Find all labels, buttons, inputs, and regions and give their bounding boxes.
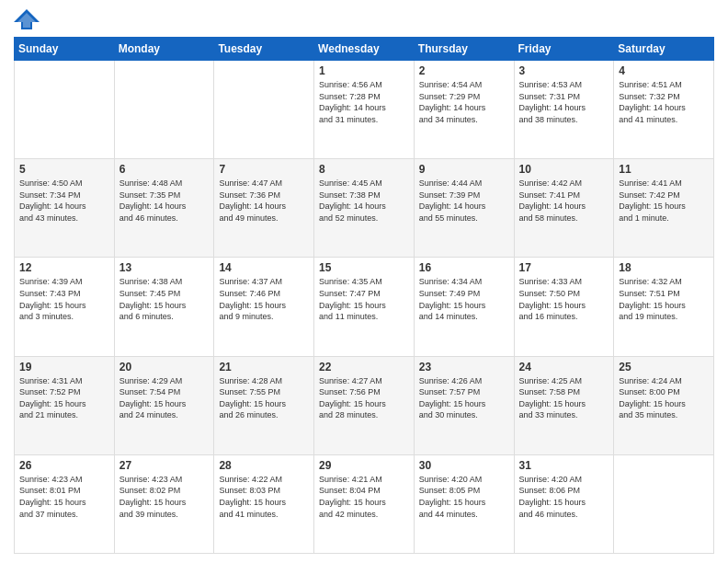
calendar-cell: 31Sunrise: 4:20 AM Sunset: 8:06 PM Dayli… bbox=[514, 454, 614, 553]
day-info: Sunrise: 4:35 AM Sunset: 7:47 PM Dayligh… bbox=[319, 277, 386, 321]
calendar-cell: 29Sunrise: 4:21 AM Sunset: 8:04 PM Dayli… bbox=[314, 454, 415, 553]
day-number: 26 bbox=[19, 459, 109, 472]
day-number: 6 bbox=[119, 163, 210, 176]
day-info: Sunrise: 4:39 AM Sunset: 7:43 PM Dayligh… bbox=[19, 277, 86, 321]
calendar-cell: 27Sunrise: 4:23 AM Sunset: 8:02 PM Dayli… bbox=[114, 454, 214, 553]
day-info: Sunrise: 4:48 AM Sunset: 7:35 PM Dayligh… bbox=[119, 178, 187, 223]
calendar-cell bbox=[214, 61, 314, 159]
day-info: Sunrise: 4:23 AM Sunset: 8:02 PM Dayligh… bbox=[119, 475, 187, 519]
calendar-week-row: 26Sunrise: 4:23 AM Sunset: 8:01 PM Dayli… bbox=[15, 454, 714, 553]
day-info: Sunrise: 4:24 AM Sunset: 8:00 PM Dayligh… bbox=[619, 376, 686, 420]
calendar-header-wednesday: Wednesday bbox=[314, 38, 415, 61]
calendar-cell: 7Sunrise: 4:47 AM Sunset: 7:36 PM Daylig… bbox=[214, 159, 314, 258]
day-info: Sunrise: 4:23 AM Sunset: 8:01 PM Dayligh… bbox=[19, 475, 86, 519]
day-number: 8 bbox=[319, 163, 409, 176]
day-info: Sunrise: 4:54 AM Sunset: 7:29 PM Dayligh… bbox=[419, 80, 486, 124]
day-number: 7 bbox=[219, 163, 309, 176]
day-number: 11 bbox=[619, 163, 709, 176]
day-info: Sunrise: 4:28 AM Sunset: 7:55 PM Dayligh… bbox=[219, 376, 286, 420]
day-number: 27 bbox=[119, 459, 210, 472]
calendar-cell: 6Sunrise: 4:48 AM Sunset: 7:35 PM Daylig… bbox=[114, 159, 214, 258]
page: SundayMondayTuesdayWednesdayThursdayFrid… bbox=[0, 0, 728, 563]
day-info: Sunrise: 4:29 AM Sunset: 7:54 PM Dayligh… bbox=[119, 376, 187, 420]
day-info: Sunrise: 4:21 AM Sunset: 8:04 PM Dayligh… bbox=[319, 475, 386, 519]
day-number: 28 bbox=[219, 459, 309, 472]
calendar-cell: 10Sunrise: 4:42 AM Sunset: 7:41 PM Dayli… bbox=[514, 159, 614, 258]
day-number: 10 bbox=[519, 163, 609, 176]
day-number: 1 bbox=[319, 64, 409, 77]
day-number: 25 bbox=[619, 361, 709, 373]
day-info: Sunrise: 4:33 AM Sunset: 7:50 PM Dayligh… bbox=[519, 277, 586, 321]
logo-icon bbox=[14, 9, 40, 29]
calendar-cell bbox=[114, 61, 214, 159]
day-info: Sunrise: 4:25 AM Sunset: 7:58 PM Dayligh… bbox=[519, 376, 586, 420]
day-info: Sunrise: 4:42 AM Sunset: 7:41 PM Dayligh… bbox=[519, 178, 586, 223]
day-info: Sunrise: 4:31 AM Sunset: 7:52 PM Dayligh… bbox=[19, 376, 86, 420]
day-info: Sunrise: 4:22 AM Sunset: 8:03 PM Dayligh… bbox=[219, 475, 286, 519]
calendar-week-row: 5Sunrise: 4:50 AM Sunset: 7:34 PM Daylig… bbox=[15, 159, 714, 258]
day-number: 17 bbox=[519, 261, 609, 274]
calendar-cell: 25Sunrise: 4:24 AM Sunset: 8:00 PM Dayli… bbox=[614, 356, 714, 454]
calendar-week-row: 12Sunrise: 4:39 AM Sunset: 7:43 PM Dayli… bbox=[15, 258, 714, 356]
calendar-cell bbox=[15, 61, 115, 159]
day-number: 30 bbox=[419, 459, 509, 472]
calendar-cell: 5Sunrise: 4:50 AM Sunset: 7:34 PM Daylig… bbox=[15, 159, 115, 258]
day-info: Sunrise: 4:47 AM Sunset: 7:36 PM Dayligh… bbox=[219, 178, 286, 223]
day-number: 15 bbox=[319, 261, 409, 274]
day-number: 13 bbox=[119, 261, 210, 274]
calendar-cell: 3Sunrise: 4:53 AM Sunset: 7:31 PM Daylig… bbox=[514, 61, 614, 159]
day-info: Sunrise: 4:51 AM Sunset: 7:32 PM Dayligh… bbox=[619, 80, 686, 124]
day-number: 16 bbox=[419, 261, 509, 274]
day-number: 20 bbox=[119, 361, 210, 373]
svg-marker-1 bbox=[17, 13, 36, 28]
day-info: Sunrise: 4:32 AM Sunset: 7:51 PM Dayligh… bbox=[619, 277, 686, 321]
calendar-cell bbox=[614, 454, 714, 553]
day-info: Sunrise: 4:27 AM Sunset: 7:56 PM Dayligh… bbox=[319, 376, 386, 420]
day-number: 9 bbox=[419, 163, 509, 176]
day-number: 12 bbox=[19, 261, 109, 274]
calendar-cell: 8Sunrise: 4:45 AM Sunset: 7:38 PM Daylig… bbox=[314, 159, 415, 258]
calendar-cell: 9Sunrise: 4:44 AM Sunset: 7:39 PM Daylig… bbox=[414, 159, 514, 258]
calendar-cell: 15Sunrise: 4:35 AM Sunset: 7:47 PM Dayli… bbox=[314, 258, 415, 356]
calendar-cell: 24Sunrise: 4:25 AM Sunset: 7:58 PM Dayli… bbox=[514, 356, 614, 454]
calendar-cell: 12Sunrise: 4:39 AM Sunset: 7:43 PM Dayli… bbox=[15, 258, 115, 356]
calendar-header-sunday: Sunday bbox=[15, 38, 115, 61]
calendar-cell: 26Sunrise: 4:23 AM Sunset: 8:01 PM Dayli… bbox=[15, 454, 115, 553]
day-number: 24 bbox=[519, 361, 609, 373]
calendar-week-row: 1Sunrise: 4:56 AM Sunset: 7:28 PM Daylig… bbox=[15, 61, 714, 159]
calendar-cell: 30Sunrise: 4:20 AM Sunset: 8:05 PM Dayli… bbox=[414, 454, 514, 553]
calendar-cell: 22Sunrise: 4:27 AM Sunset: 7:56 PM Dayli… bbox=[314, 356, 415, 454]
day-info: Sunrise: 4:20 AM Sunset: 8:05 PM Dayligh… bbox=[419, 475, 486, 519]
header bbox=[14, 9, 714, 29]
day-info: Sunrise: 4:56 AM Sunset: 7:28 PM Dayligh… bbox=[319, 80, 386, 124]
calendar-cell: 1Sunrise: 4:56 AM Sunset: 7:28 PM Daylig… bbox=[314, 61, 415, 159]
calendar-header-monday: Monday bbox=[114, 38, 214, 61]
calendar-cell: 16Sunrise: 4:34 AM Sunset: 7:49 PM Dayli… bbox=[414, 258, 514, 356]
calendar-cell: 4Sunrise: 4:51 AM Sunset: 7:32 PM Daylig… bbox=[614, 61, 714, 159]
day-number: 31 bbox=[519, 459, 609, 472]
day-info: Sunrise: 4:45 AM Sunset: 7:38 PM Dayligh… bbox=[319, 178, 386, 223]
day-number: 3 bbox=[519, 64, 609, 77]
calendar-cell: 20Sunrise: 4:29 AM Sunset: 7:54 PM Dayli… bbox=[114, 356, 214, 454]
calendar-cell: 18Sunrise: 4:32 AM Sunset: 7:51 PM Dayli… bbox=[614, 258, 714, 356]
calendar-header-thursday: Thursday bbox=[414, 38, 514, 61]
day-number: 22 bbox=[319, 361, 409, 373]
calendar-cell: 19Sunrise: 4:31 AM Sunset: 7:52 PM Dayli… bbox=[15, 356, 115, 454]
day-number: 21 bbox=[219, 361, 309, 373]
calendar-cell: 21Sunrise: 4:28 AM Sunset: 7:55 PM Dayli… bbox=[214, 356, 314, 454]
calendar-cell: 17Sunrise: 4:33 AM Sunset: 7:50 PM Dayli… bbox=[514, 258, 614, 356]
day-number: 4 bbox=[619, 64, 709, 77]
day-info: Sunrise: 4:41 AM Sunset: 7:42 PM Dayligh… bbox=[619, 178, 686, 223]
day-number: 2 bbox=[419, 64, 509, 77]
calendar-cell: 14Sunrise: 4:37 AM Sunset: 7:46 PM Dayli… bbox=[214, 258, 314, 356]
calendar-cell: 28Sunrise: 4:22 AM Sunset: 8:03 PM Dayli… bbox=[214, 454, 314, 553]
calendar-table: SundayMondayTuesdayWednesdayThursdayFrid… bbox=[14, 37, 714, 554]
day-info: Sunrise: 4:38 AM Sunset: 7:45 PM Dayligh… bbox=[119, 277, 187, 321]
day-info: Sunrise: 4:37 AM Sunset: 7:46 PM Dayligh… bbox=[219, 277, 286, 321]
day-info: Sunrise: 4:44 AM Sunset: 7:39 PM Dayligh… bbox=[419, 178, 486, 223]
day-info: Sunrise: 4:34 AM Sunset: 7:49 PM Dayligh… bbox=[419, 277, 486, 321]
day-number: 14 bbox=[219, 261, 309, 274]
calendar-week-row: 19Sunrise: 4:31 AM Sunset: 7:52 PM Dayli… bbox=[15, 356, 714, 454]
day-number: 5 bbox=[19, 163, 109, 176]
calendar-header-saturday: Saturday bbox=[614, 38, 714, 61]
